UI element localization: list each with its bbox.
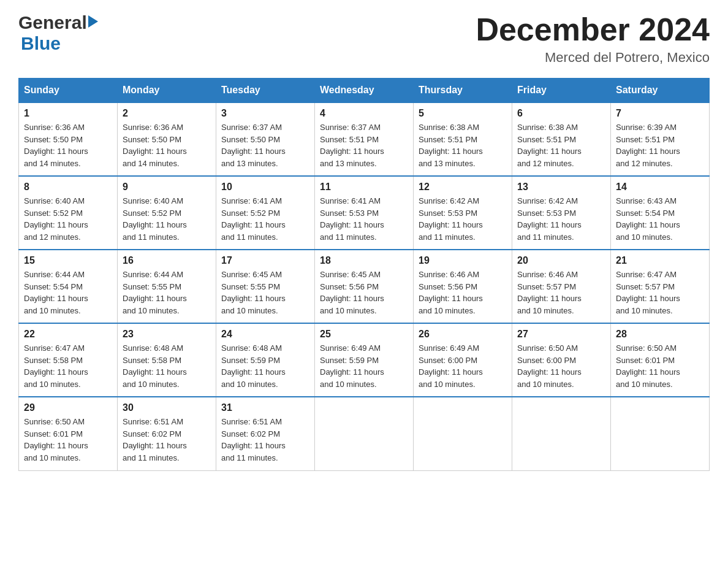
day-number: 17 — [221, 255, 309, 266]
day-info: Sunrise: 6:36 AMSunset: 5:50 PMDaylight:… — [24, 121, 112, 169]
day-number: 22 — [24, 329, 112, 340]
table-row: 8Sunrise: 6:40 AMSunset: 5:52 PMDaylight… — [19, 176, 118, 250]
day-info: Sunrise: 6:42 AMSunset: 5:53 PMDaylight:… — [419, 195, 507, 243]
table-row: 1Sunrise: 6:36 AMSunset: 5:50 PMDaylight… — [19, 102, 118, 176]
day-number: 6 — [517, 108, 605, 119]
day-info: Sunrise: 6:44 AMSunset: 5:55 PMDaylight:… — [123, 269, 211, 316]
day-info: Sunrise: 6:38 AMSunset: 5:51 PMDaylight:… — [517, 121, 605, 169]
day-info: Sunrise: 6:46 AMSunset: 5:57 PMDaylight:… — [517, 269, 605, 316]
header-thursday: Thursday — [414, 79, 512, 103]
table-row: 20Sunrise: 6:46 AMSunset: 5:57 PMDayligh… — [512, 250, 611, 323]
table-row: 27Sunrise: 6:50 AMSunset: 6:00 PMDayligh… — [512, 323, 611, 397]
table-row: 28Sunrise: 6:50 AMSunset: 6:01 PMDayligh… — [611, 323, 710, 397]
day-info: Sunrise: 6:37 AMSunset: 5:50 PMDaylight:… — [221, 121, 309, 169]
day-number: 26 — [419, 329, 507, 340]
day-number: 1 — [24, 108, 112, 119]
day-info: Sunrise: 6:37 AMSunset: 5:51 PMDaylight:… — [320, 121, 408, 169]
day-number: 29 — [24, 402, 112, 413]
day-info: Sunrise: 6:47 AMSunset: 5:57 PMDaylight:… — [616, 269, 704, 316]
logo-blue-text: Blue — [21, 33, 61, 54]
day-number: 11 — [320, 182, 408, 193]
day-number: 14 — [616, 182, 704, 193]
table-row: 10Sunrise: 6:41 AMSunset: 5:52 PMDayligh… — [216, 176, 315, 250]
day-number: 8 — [24, 182, 112, 193]
day-number: 9 — [123, 182, 211, 193]
day-info: Sunrise: 6:41 AMSunset: 5:53 PMDaylight:… — [320, 195, 408, 243]
day-info: Sunrise: 6:42 AMSunset: 5:53 PMDaylight:… — [517, 195, 605, 243]
day-number: 3 — [221, 108, 309, 119]
day-info: Sunrise: 6:49 AMSunset: 5:59 PMDaylight:… — [320, 342, 408, 390]
header-friday: Friday — [512, 79, 611, 103]
day-info: Sunrise: 6:47 AMSunset: 5:58 PMDaylight:… — [24, 342, 112, 390]
location-title: Merced del Potrero, Mexico — [476, 50, 710, 66]
day-info: Sunrise: 6:51 AMSunset: 6:02 PMDaylight:… — [123, 416, 211, 464]
day-info: Sunrise: 6:46 AMSunset: 5:56 PMDaylight:… — [419, 269, 507, 316]
day-number: 21 — [616, 255, 704, 266]
title-block: December 2024 Merced del Potrero, Mexico — [476, 12, 710, 66]
day-info: Sunrise: 6:44 AMSunset: 5:54 PMDaylight:… — [24, 269, 112, 316]
table-row: 29Sunrise: 6:50 AMSunset: 6:01 PMDayligh… — [19, 397, 118, 470]
day-info: Sunrise: 6:50 AMSunset: 6:01 PMDaylight:… — [616, 342, 704, 390]
day-number: 30 — [123, 402, 211, 413]
day-number: 12 — [419, 182, 507, 193]
table-row: 16Sunrise: 6:44 AMSunset: 5:55 PMDayligh… — [118, 250, 216, 323]
logo: General Blue — [18, 12, 98, 54]
day-info: Sunrise: 6:48 AMSunset: 5:58 PMDaylight:… — [123, 342, 211, 390]
header-tuesday: Tuesday — [216, 79, 315, 103]
table-row: 11Sunrise: 6:41 AMSunset: 5:53 PMDayligh… — [315, 176, 414, 250]
table-row — [315, 397, 414, 470]
table-row — [414, 397, 512, 470]
day-info: Sunrise: 6:48 AMSunset: 5:59 PMDaylight:… — [221, 342, 309, 390]
table-row: 19Sunrise: 6:46 AMSunset: 5:56 PMDayligh… — [414, 250, 512, 323]
header-sunday: Sunday — [19, 79, 118, 103]
day-info: Sunrise: 6:49 AMSunset: 6:00 PMDaylight:… — [419, 342, 507, 390]
day-number: 18 — [320, 255, 408, 266]
day-info: Sunrise: 6:39 AMSunset: 5:51 PMDaylight:… — [616, 121, 704, 169]
day-number: 31 — [221, 402, 309, 413]
day-info: Sunrise: 6:41 AMSunset: 5:52 PMDaylight:… — [221, 195, 309, 243]
header-saturday: Saturday — [611, 79, 710, 103]
day-number: 10 — [221, 182, 309, 193]
table-row: 4Sunrise: 6:37 AMSunset: 5:51 PMDaylight… — [315, 102, 414, 176]
day-number: 25 — [320, 329, 408, 340]
table-row: 9Sunrise: 6:40 AMSunset: 5:52 PMDaylight… — [118, 176, 216, 250]
header-monday: Monday — [118, 79, 216, 103]
table-row: 22Sunrise: 6:47 AMSunset: 5:58 PMDayligh… — [19, 323, 118, 397]
day-info: Sunrise: 6:51 AMSunset: 6:02 PMDaylight:… — [221, 416, 309, 464]
day-info: Sunrise: 6:50 AMSunset: 6:01 PMDaylight:… — [24, 416, 112, 464]
table-row: 2Sunrise: 6:36 AMSunset: 5:50 PMDaylight… — [118, 102, 216, 176]
table-row: 12Sunrise: 6:42 AMSunset: 5:53 PMDayligh… — [414, 176, 512, 250]
day-number: 4 — [320, 108, 408, 119]
header-wednesday: Wednesday — [315, 79, 414, 103]
day-info: Sunrise: 6:50 AMSunset: 6:00 PMDaylight:… — [517, 342, 605, 390]
table-row: 23Sunrise: 6:48 AMSunset: 5:58 PMDayligh… — [118, 323, 216, 397]
table-row: 24Sunrise: 6:48 AMSunset: 5:59 PMDayligh… — [216, 323, 315, 397]
day-info: Sunrise: 6:43 AMSunset: 5:54 PMDaylight:… — [616, 195, 704, 243]
table-row: 30Sunrise: 6:51 AMSunset: 6:02 PMDayligh… — [118, 397, 216, 470]
table-row: 15Sunrise: 6:44 AMSunset: 5:54 PMDayligh… — [19, 250, 118, 323]
page-header: General Blue December 2024 Merced del Po… — [18, 12, 710, 66]
day-info: Sunrise: 6:40 AMSunset: 5:52 PMDaylight:… — [24, 195, 112, 243]
calendar-week-row: 29Sunrise: 6:50 AMSunset: 6:01 PMDayligh… — [19, 397, 710, 470]
calendar-week-row: 1Sunrise: 6:36 AMSunset: 5:50 PMDaylight… — [19, 102, 710, 176]
table-row — [611, 397, 710, 470]
day-info: Sunrise: 6:45 AMSunset: 5:55 PMDaylight:… — [221, 269, 309, 316]
day-number: 5 — [419, 108, 507, 119]
day-number: 23 — [123, 329, 211, 340]
logo-arrow-icon — [88, 15, 98, 28]
day-info: Sunrise: 6:36 AMSunset: 5:50 PMDaylight:… — [123, 121, 211, 169]
table-row: 21Sunrise: 6:47 AMSunset: 5:57 PMDayligh… — [611, 250, 710, 323]
day-number: 24 — [221, 329, 309, 340]
calendar-table: Sunday Monday Tuesday Wednesday Thursday… — [18, 78, 710, 471]
calendar-week-row: 22Sunrise: 6:47 AMSunset: 5:58 PMDayligh… — [19, 323, 710, 397]
day-number: 28 — [616, 329, 704, 340]
day-number: 15 — [24, 255, 112, 266]
table-row: 17Sunrise: 6:45 AMSunset: 5:55 PMDayligh… — [216, 250, 315, 323]
day-info: Sunrise: 6:38 AMSunset: 5:51 PMDaylight:… — [419, 121, 507, 169]
table-row: 6Sunrise: 6:38 AMSunset: 5:51 PMDaylight… — [512, 102, 611, 176]
table-row — [512, 397, 611, 470]
day-number: 19 — [419, 255, 507, 266]
day-info: Sunrise: 6:40 AMSunset: 5:52 PMDaylight:… — [123, 195, 211, 243]
logo-general-text: General — [18, 12, 87, 33]
day-number: 7 — [616, 108, 704, 119]
